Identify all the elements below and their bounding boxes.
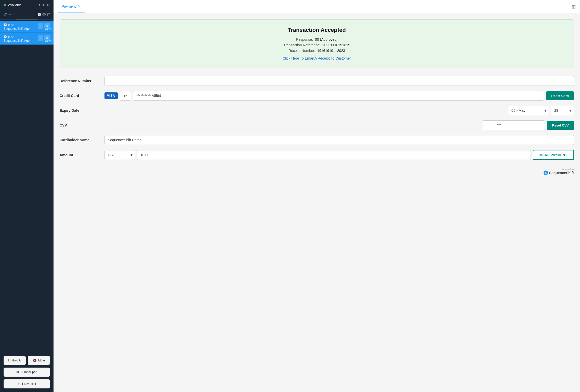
cardholder-input[interactable]: [104, 135, 574, 145]
call-bar: ✆ + 🕐 00:37: [0, 10, 54, 19]
reference-number-label: Reference Number: [60, 79, 100, 83]
joined-badge-2: Joined: [44, 40, 51, 43]
session-info-2: 🕐 00:28 SequenceShift Agent-Assist...: [4, 35, 36, 43]
add-call-icon[interactable]: +: [9, 12, 11, 17]
reset-cvv-button[interactable]: Reset CVV: [547, 121, 574, 130]
leave-icon: ↩: [18, 382, 20, 386]
tab-payment-label: Payment: [62, 4, 76, 8]
cardholder-row: Cardholder Name: [60, 135, 574, 145]
main-body: Transaction Accepted Response: 00 (Appro…: [54, 13, 580, 392]
session-timer-2: 🕐 00:28: [4, 35, 36, 38]
sidebar-bottom: ⏸ Hold All 🔇 Mute ⊞ Number pad ↩ Leave c…: [0, 352, 54, 392]
expiry-month-wrapper: 05 - May 01 - Jan 02 - Feb 03 - Mar 04 -…: [508, 106, 549, 115]
reference-number-control: [104, 76, 574, 86]
email-receipt-link[interactable]: Click Here To Email A Receipt To Custome…: [283, 56, 351, 60]
sidebar-header: Available ▾ + ⚙: [0, 0, 54, 10]
response-label: Response:: [296, 37, 313, 41]
visa-badge: VISA: [104, 92, 118, 99]
currency-select[interactable]: USD EUR GBP AUD CAD: [104, 150, 135, 160]
transaction-box: Transaction Accepted Response: 00 (Appro…: [60, 19, 574, 68]
session-timer-1: 🕐 00:28: [4, 23, 36, 26]
cvv-label: CVV: [60, 123, 100, 127]
cvv-input-wrapper: 3: [483, 120, 545, 130]
mute-button[interactable]: 🔇 Mute: [28, 356, 50, 365]
amount-input[interactable]: [137, 150, 531, 160]
chevron-down-icon[interactable]: ▾: [39, 3, 40, 7]
transaction-ref-label: Transaction Reference:: [283, 43, 320, 47]
credit-card-label: Credit Card: [60, 94, 100, 98]
leave-call-button[interactable]: ↩ Leave call: [4, 379, 50, 388]
cvv-prefix: 3: [483, 120, 494, 130]
number-pad-button[interactable]: ⊞ Number pad: [4, 368, 50, 377]
footer-logo: Powered by S SequenceShift: [60, 168, 574, 175]
expiry-month-select[interactable]: 05 - May 01 - Jan 02 - Feb 03 - Mar 04 -…: [508, 106, 549, 115]
sidebar: Available ▾ + ⚙ ✆ + 🕐 00:37 🕐 00:28 Sequ…: [0, 0, 54, 392]
hold-all-button[interactable]: ⏸ Hold All: [4, 356, 26, 365]
powered-by-text: Powered by: [562, 168, 574, 171]
credit-card-row: Credit Card VISA 16 Reset Card: [60, 91, 574, 101]
cvv-control: 3 Reset CVV: [104, 120, 574, 130]
session-item-1[interactable]: 🕐 00:28 SequenceShift Agent-Assist... ⏸ …: [0, 21, 54, 33]
amount-control: USD EUR GBP AUD CAD MAKE PAYMENT: [104, 150, 574, 160]
session-name-1: SequenceShift Agent-Assist...: [4, 27, 34, 31]
card-number-input[interactable]: [133, 91, 544, 101]
session-info-1: 🕐 00:28 SequenceShift Agent-Assist...: [4, 23, 36, 31]
action-row: ⏸ Hold All 🔇 Mute: [4, 356, 50, 365]
cvv-row: CVV 3 Reset CVV: [60, 120, 574, 130]
credit-card-control: VISA 16 Reset Card: [104, 91, 574, 101]
currency-wrapper: USD EUR GBP AUD CAD: [104, 150, 135, 160]
session-item-2[interactable]: 🕐 00:28 SequenceShift Agent-Assist... ⏸ …: [0, 33, 54, 45]
session-name-2: SequenceShift Agent-Assist...: [4, 39, 34, 43]
transaction-ref-row: Transaction Reference: 20231110191619: [70, 43, 563, 47]
scroll-indicator: [0, 19, 54, 20]
response-value: 00 (Approved): [315, 37, 338, 41]
keypad-icon: ⊞: [16, 370, 19, 374]
expiry-date-control: 05 - May 01 - Jan 02 - Feb 03 - Mar 04 -…: [104, 106, 574, 115]
response-row: Response: 00 (Approved): [70, 37, 563, 41]
expiry-date-label: Expiry Date: [60, 108, 100, 113]
gear-icon[interactable]: ⚙: [47, 3, 50, 7]
mute-icon: 🔇: [33, 359, 37, 362]
amount-row: Amount USD EUR GBP AUD CAD MAKE PAYMENT: [60, 150, 574, 160]
main-header: Payment ✕ ⊞: [54, 0, 580, 13]
clock-icon: 🕐: [37, 13, 41, 16]
status-label: Available: [8, 3, 37, 7]
cardholder-control: [104, 135, 574, 145]
reference-number-row: Reference Number: [60, 76, 574, 86]
expiry-selects: 05 - May 01 - Jan 02 - Feb 03 - Mar 04 -…: [508, 106, 574, 115]
phone-icon: ✆: [4, 12, 7, 17]
call-timer: 🕐 00:37: [37, 13, 50, 16]
payment-form: Reference Number Credit Card VISA 16 Res…: [60, 76, 574, 160]
grid-icon[interactable]: ⊞: [572, 4, 576, 10]
receipt-num-label: Receipt Number:: [288, 49, 315, 53]
transaction-title: Transaction Accepted: [70, 27, 563, 33]
expiry-year-wrapper: 29 24 25 26 27 28 30 31 32: [551, 106, 574, 115]
joined-badge-1: Joined: [44, 28, 51, 31]
make-payment-button[interactable]: MAKE PAYMENT: [533, 150, 574, 160]
expiry-date-row: Expiry Date 05 - May 01 - Jan 02 - Feb 0…: [60, 106, 574, 115]
pause-session-1-button[interactable]: ⏸: [38, 23, 43, 29]
pause-icon: ⏸: [7, 359, 10, 362]
receipt-num-row: Receipt Number: 19161910112023: [70, 49, 563, 53]
brand-name: S SequenceShift: [544, 171, 574, 175]
pause-session-2-button[interactable]: ⏸: [38, 35, 43, 41]
add-icon[interactable]: +: [42, 3, 45, 7]
reset-card-button[interactable]: Reset Card: [546, 91, 574, 100]
cardholder-label: Cardholder Name: [60, 138, 100, 142]
cvv-input[interactable]: [494, 120, 545, 130]
tab-payment[interactable]: Payment ✕: [58, 1, 85, 12]
reference-number-input[interactable]: [104, 76, 574, 86]
main-content: Payment ✕ ⊞ Transaction Accepted Respons…: [54, 0, 580, 392]
status-dot: [4, 4, 6, 6]
expiry-year-select[interactable]: 29 24 25 26 27 28 30 31 32: [551, 106, 574, 115]
clock-icon: 🕐: [4, 35, 7, 38]
close-tab-icon[interactable]: ✕: [78, 4, 81, 8]
receipt-num-value: 19161910112023: [317, 49, 345, 53]
clock-icon: 🕐: [4, 23, 7, 26]
brand-icon: S: [544, 171, 548, 175]
transaction-ref-value: 20231110191619: [322, 43, 350, 47]
card-prefix: 16: [120, 91, 131, 101]
amount-label: Amount: [60, 153, 100, 157]
